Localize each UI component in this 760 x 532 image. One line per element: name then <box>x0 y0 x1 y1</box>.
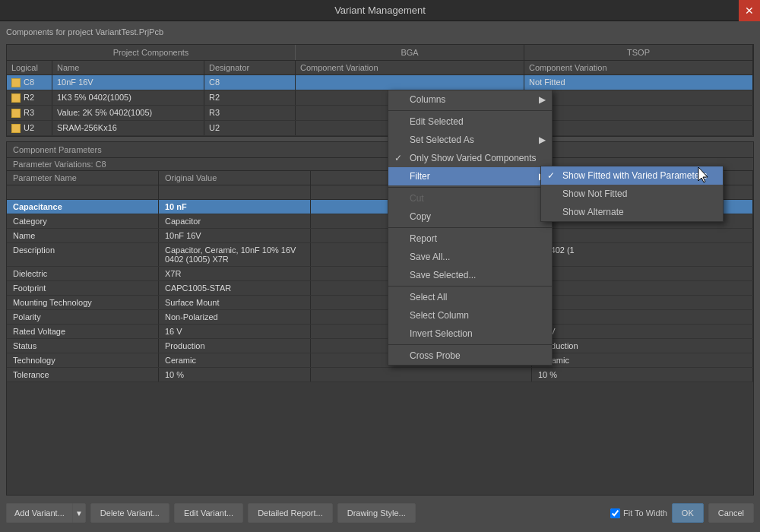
cut-label: Cut <box>410 193 424 204</box>
params-row[interactable]: Name 10nF 16V <box>7 229 753 243</box>
cell-tsop <box>524 90 753 105</box>
params-row[interactable]: Mounting Technology Surface Mount <box>7 296 753 310</box>
submenu-arrow-icon: ▶ <box>539 135 546 145</box>
params-row[interactable]: Footprint CAPC1005-STAR <box>7 281 753 296</box>
menu-item-report[interactable]: Report <box>388 230 552 248</box>
col-name: Name <box>52 61 204 74</box>
save-selected-label: Save Selected... <box>410 270 476 280</box>
params-row[interactable]: Rated Voltage 16 V 16 V <box>7 325 753 339</box>
cell-name: SRAM-256Kx16 <box>52 121 204 135</box>
table-row[interactable]: C8 10nF 16V C8 Not Fitted <box>7 75 753 90</box>
table-main-header: Project Components BGA TSOP <box>7 45 753 61</box>
menu-separator <box>388 344 552 345</box>
show-fitted-label: Show Fitted with Varied Parameters <box>562 170 708 181</box>
filter-label: Filter <box>410 171 430 182</box>
col-bga-variation: Component Variation <box>296 61 524 74</box>
invert-selection-label: Invert Selection <box>410 328 473 339</box>
cell-tsop <box>524 121 753 135</box>
menu-item-save-all[interactable]: Save All... <box>388 248 552 266</box>
add-variant-dropdown[interactable]: ▼ <box>72 503 86 523</box>
dialog-body: Components for project VariantTest.PrjPc… <box>0 21 760 532</box>
table-row[interactable]: R2 1K3 5% 0402(1005) R2 <box>7 90 753 106</box>
cell-designator: C8 <box>204 75 296 90</box>
cell-bga <box>296 75 524 90</box>
edit-selected-label: Edit Selected <box>410 116 464 127</box>
copy-label: Copy <box>410 211 431 222</box>
params-row[interactable]: Status Production Production <box>7 339 753 353</box>
add-variant-button[interactable]: Add Variant... <box>6 503 72 523</box>
params-row[interactable]: Technology Ceramic Ceramic <box>7 353 753 368</box>
cell-designator: R2 <box>204 90 296 105</box>
menu-item-select-column[interactable]: Select Column <box>388 306 552 325</box>
bga-header: BGA <box>296 45 524 60</box>
close-button[interactable]: ✕ <box>739 0 760 21</box>
params-row[interactable]: Polarity Non-Polarized <box>7 310 753 325</box>
fit-to-width-label: Fit To Width <box>610 508 667 518</box>
submenu-arrow-icon: ▶ <box>539 94 546 105</box>
col-param-name: Parameter Name <box>7 171 159 185</box>
table-row[interactable]: U2 SRAM-256Kx16 U2 <box>7 121 753 136</box>
menu-item-set-selected-as[interactable]: Set Selected As ▶ <box>388 131 552 149</box>
tsop-header: TSOP <box>524 45 753 60</box>
menu-separator <box>388 286 552 287</box>
report-label: Report <box>410 233 437 244</box>
param-name-cell: Capacitance <box>7 200 159 214</box>
project-label: Components for project VariantTest.PrjPc… <box>6 27 754 36</box>
context-menu: Columns ▶ Edit Selected Set Selected As … <box>388 90 553 366</box>
params-section-title: Component Parameters <box>7 142 753 158</box>
delete-variant-button[interactable]: Delete Variant... <box>90 503 169 523</box>
menu-separator <box>388 227 552 228</box>
cell-name: 10nF 16V <box>52 75 204 90</box>
cell-name: 1K3 5% 0402(1005) <box>52 90 204 105</box>
project-components-header: Project Components <box>7 45 296 60</box>
table-row[interactable]: R3 Value: 2K 5% 0402(1005) R3 <box>7 106 753 121</box>
cell-logical: R3 <box>7 106 52 120</box>
dialog-title: Variant Management <box>334 5 426 16</box>
menu-item-invert-selection[interactable]: Invert Selection <box>388 325 552 343</box>
params-row[interactable]: Tolerance 10 % 10 % <box>7 368 753 382</box>
menu-separator <box>388 110 552 111</box>
filter-menu-item-show-alternate[interactable]: Show Alternate <box>541 203 723 221</box>
drawing-style-button[interactable]: Drawing Style... <box>337 503 416 523</box>
filter-menu-item-show-fitted[interactable]: ✓ Show Fitted with Varied Parameters <box>541 166 723 185</box>
menu-item-edit-selected[interactable]: Edit Selected <box>388 112 552 131</box>
fit-to-width-checkbox[interactable] <box>610 508 620 518</box>
cell-tsop <box>524 106 753 120</box>
save-all-label: Save All... <box>410 252 450 262</box>
filter-submenu: ✓ Show Fitted with Varied Parameters Sho… <box>540 166 724 222</box>
param-original-cell: 10 nF <box>159 200 311 214</box>
params-row[interactable]: Dielectric X7R <box>7 267 753 281</box>
set-selected-as-label: Set Selected As <box>410 135 474 145</box>
detailed-report-button[interactable]: Detailed Report... <box>248 503 333 523</box>
filter-menu-item-show-not-fitted[interactable]: Show Not Fitted <box>541 185 723 203</box>
title-bar: Variant Management ✕ <box>0 0 760 21</box>
cell-logical: U2 <box>7 121 52 135</box>
col-tsop-variation: Component Variation <box>524 61 753 74</box>
menu-item-filter[interactable]: Filter ▶ <box>388 167 552 185</box>
check-icon: ✓ <box>394 153 402 163</box>
cell-logical: R2 <box>7 90 52 105</box>
project-components-table: Project Components BGA TSOP Logical Name… <box>6 44 754 137</box>
ok-button[interactable]: OK <box>672 503 704 523</box>
menu-item-select-all[interactable]: Select All <box>388 288 552 306</box>
menu-item-save-selected[interactable]: Save Selected... <box>388 266 552 284</box>
params-row[interactable]: Description Capacitor, Ceramic, 10nF 10%… <box>7 243 753 267</box>
menu-item-only-show-varied[interactable]: ✓ Only Show Varied Components <box>388 149 552 167</box>
col-original-value: Original Value <box>159 171 311 185</box>
select-column-label: Select Column <box>410 310 469 321</box>
cancel-button[interactable]: Cancel <box>708 503 754 523</box>
cell-tsop: Not Fitted <box>524 75 753 90</box>
menu-item-columns[interactable]: Columns ▶ <box>388 90 552 109</box>
cross-probe-label: Cross Probe <box>410 350 461 361</box>
col-designator: Designator <box>204 61 296 74</box>
only-show-varied-label: Only Show Varied Components <box>410 153 537 163</box>
menu-item-copy[interactable]: Copy <box>388 207 552 226</box>
add-variant-split[interactable]: Add Variant... ▼ <box>6 503 86 523</box>
select-all-label: Select All <box>410 292 447 302</box>
menu-separator <box>388 187 552 188</box>
show-alternate-label: Show Alternate <box>562 207 624 217</box>
check-icon: ✓ <box>547 170 555 181</box>
edit-variant-button[interactable]: Edit Variant... <box>174 503 243 523</box>
menu-item-cut[interactable]: Cut <box>388 189 552 207</box>
menu-item-cross-probe[interactable]: Cross Probe <box>388 347 552 365</box>
